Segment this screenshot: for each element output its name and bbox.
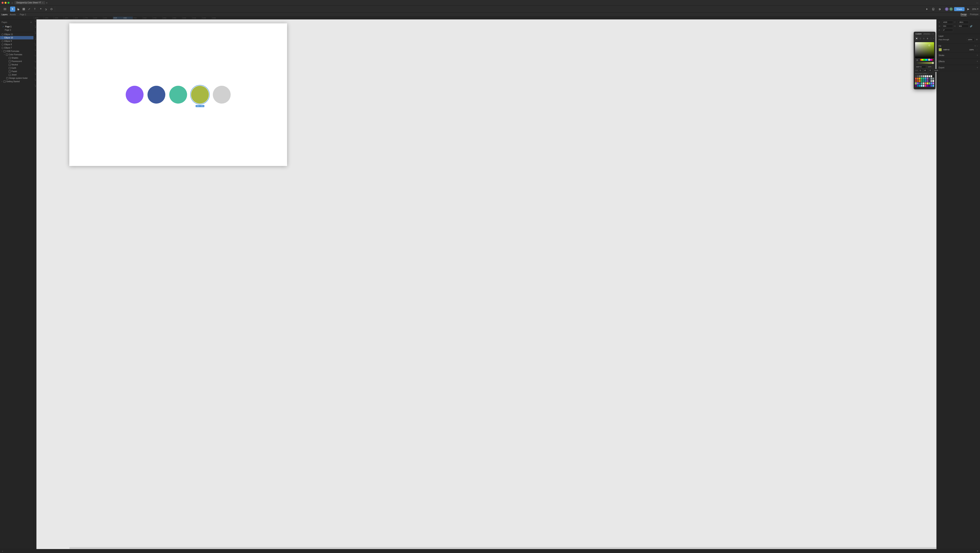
- color-swatch[interactable]: [917, 75, 919, 77]
- eyedropper-icon[interactable]: ⊕: [916, 59, 918, 61]
- color-swatch[interactable]: [917, 85, 919, 87]
- solid-fill-icon[interactable]: ■: [915, 37, 918, 40]
- color-swatch[interactable]: [915, 80, 916, 82]
- layers-tab[interactable]: Layers: [2, 13, 8, 16]
- effects-add-icon[interactable]: +: [977, 60, 978, 63]
- circle-yellow-green[interactable]: [191, 86, 209, 104]
- color-swatch[interactable]: [923, 82, 924, 84]
- layers-sidebar-toggle[interactable]: [2, 6, 8, 12]
- color-swatch[interactable]: [931, 75, 932, 77]
- prototype-tab-right[interactable]: Prototype: [970, 13, 978, 16]
- color-swatch[interactable]: [917, 80, 919, 82]
- color-swatch[interactable]: [921, 82, 923, 84]
- page-item-2[interactable]: Page 2: [0, 28, 33, 32]
- home-icon[interactable]: ⌂: [11, 2, 13, 4]
- color-swatch[interactable]: [927, 75, 928, 77]
- assets-tab[interactable]: Assets: [10, 13, 16, 16]
- hex-input[interactable]: [915, 65, 926, 69]
- color-swatch[interactable]: [929, 85, 930, 87]
- alpha-input[interactable]: [927, 65, 932, 69]
- layer-earth[interactable]: Earth: [0, 66, 33, 70]
- color-swatch[interactable]: [932, 82, 934, 84]
- color-swatch[interactable]: [915, 75, 916, 77]
- visibility-icon[interactable]: 👁: [976, 38, 978, 41]
- cp-expand-icon[interactable]: +: [930, 33, 932, 35]
- color-swatch[interactable]: [923, 78, 924, 80]
- color-swatch[interactable]: [927, 78, 928, 80]
- contrast-icon[interactable]: ◑: [937, 6, 942, 12]
- color-swatch[interactable]: [929, 82, 930, 84]
- color-swatch[interactable]: [932, 85, 934, 87]
- color-swatch[interactable]: [921, 75, 923, 77]
- color-swatch[interactable]: [927, 85, 928, 87]
- layer-fluorescent[interactable]: Fluorescent: [0, 60, 33, 63]
- frame-tool[interactable]: [21, 6, 26, 12]
- canvas-area[interactable]: -36 -30 -24 -18 -12 -6 0 6 12 18 24 30: [33, 19, 937, 549]
- color-swatch[interactable]: [915, 85, 916, 87]
- play-icon[interactable]: [924, 6, 929, 12]
- radial-gradient-icon[interactable]: ◎: [922, 37, 925, 40]
- circle-teal[interactable]: [169, 86, 187, 104]
- color-swatch[interactable]: [931, 78, 932, 80]
- title-bar-more-icon[interactable]: ···: [976, 1, 978, 4]
- help-icon[interactable]: ?: [977, 550, 978, 552]
- design-tab-right[interactable]: Design: [961, 13, 967, 16]
- tab-close-icon[interactable]: ×: [42, 2, 43, 4]
- add-page-icon[interactable]: +: [30, 21, 32, 24]
- component-tool[interactable]: [38, 6, 43, 12]
- color-swatch[interactable]: [921, 85, 923, 87]
- layer-color-formulas[interactable]: ▾ Color Formulas: [0, 53, 33, 56]
- horizontal-scrollbar[interactable]: [69, 547, 937, 549]
- gradient-cursor[interactable]: [929, 45, 930, 46]
- constrain-proportions-icon[interactable]: 🔗: [970, 25, 972, 27]
- circle-yellow-wrapper[interactable]: 553 × 553: [191, 86, 209, 104]
- color-swatch[interactable]: [921, 80, 923, 82]
- hsb-h-input[interactable]: [918, 69, 923, 72]
- blend-mode-select[interactable]: Pass through: [939, 38, 966, 41]
- layer-jewel[interactable]: Jewel: [0, 73, 33, 76]
- cp-close-icon[interactable]: ×: [932, 33, 934, 35]
- circle-gray[interactable]: [213, 86, 231, 104]
- page-item-1[interactable]: ✓ Page 1: [0, 25, 33, 28]
- libraries-tab[interactable]: Libraries: [923, 33, 930, 35]
- color-swatch[interactable]: [932, 78, 934, 80]
- stroke-add-icon[interactable]: +: [977, 54, 978, 57]
- color-swatch[interactable]: [919, 82, 921, 84]
- hsb-opacity-input[interactable]: [933, 69, 939, 72]
- close-button[interactable]: [2, 2, 3, 4]
- color-swatch[interactable]: [921, 78, 923, 80]
- y-input[interactable]: [958, 21, 969, 24]
- color-swatch[interactable]: [925, 75, 926, 77]
- layer-hsb-formulas[interactable]: ▾ HSB Formulas: [0, 49, 33, 53]
- export-add-icon[interactable]: +: [977, 66, 978, 69]
- hue-thumb[interactable]: [928, 59, 930, 61]
- color-swatch[interactable]: [919, 75, 921, 77]
- redo-tool[interactable]: [49, 6, 54, 12]
- color-swatch[interactable]: [927, 80, 928, 82]
- color-swatch[interactable]: [932, 80, 934, 82]
- hue-slider[interactable]: [920, 59, 933, 61]
- zoom-control[interactable]: 20% ▾: [972, 8, 978, 10]
- color-swatch[interactable]: [915, 78, 916, 80]
- color-swatch[interactable]: [917, 78, 919, 80]
- color-swatch[interactable]: [923, 80, 924, 82]
- hsb-s-input[interactable]: [923, 69, 928, 72]
- layer-ellipse-8[interactable]: Ellipse 8: [0, 43, 33, 46]
- opacity-thumb[interactable]: [932, 62, 934, 64]
- undo-tool[interactable]: [43, 6, 48, 12]
- device-preview-icon[interactable]: [931, 6, 936, 12]
- layer-neutral[interactable]: Neutral: [0, 63, 33, 66]
- color-swatch[interactable]: [932, 75, 934, 77]
- color-swatch-selected[interactable]: [915, 82, 916, 84]
- angular-gradient-icon[interactable]: ◑: [926, 37, 929, 40]
- color-swatch[interactable]: [929, 78, 930, 80]
- fullscreen-button[interactable]: [8, 2, 10, 4]
- layer-getting-started[interactable]: ▸ Getting Started: [0, 80, 33, 83]
- color-swatch[interactable]: [919, 78, 921, 80]
- color-swatch[interactable]: [925, 82, 926, 84]
- layer-ellipse-7[interactable]: Ellipse 7: [0, 46, 33, 49]
- page-indicator[interactable]: Page 1: [20, 13, 26, 16]
- share-button[interactable]: Share: [954, 7, 964, 11]
- custom-tab[interactable]: Custom: [915, 33, 921, 35]
- pen-tool[interactable]: [27, 6, 32, 12]
